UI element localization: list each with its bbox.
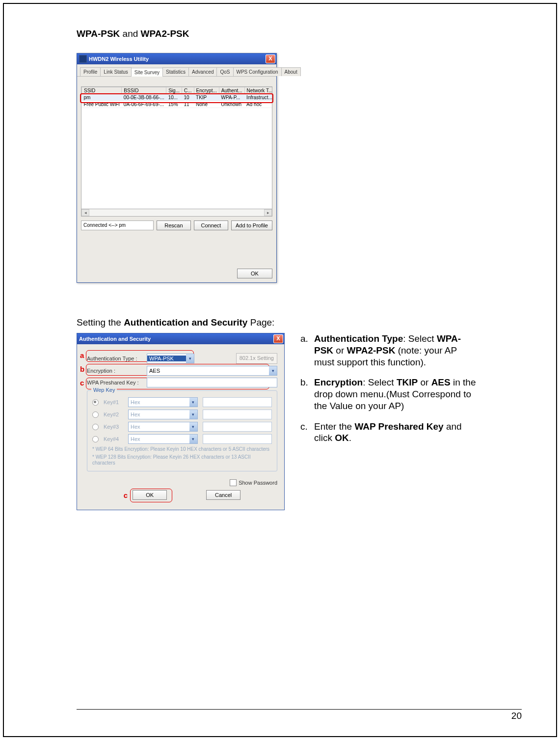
networks-table[interactable]: SSID BSSID Sig... C... Encrypt... Authen… bbox=[81, 86, 272, 209]
key3-format: Hex▾ bbox=[128, 422, 198, 432]
ok-button[interactable]: OK bbox=[237, 269, 272, 278]
annotation-a: a bbox=[80, 351, 84, 359]
key1-radio bbox=[92, 399, 99, 406]
key3-input bbox=[203, 422, 272, 432]
window-title: Authentication and Security bbox=[79, 336, 151, 342]
col-bssid[interactable]: BSSID bbox=[122, 87, 166, 94]
show-password-checkbox[interactable] bbox=[230, 479, 237, 486]
titlebar: HWDN2 Wireless Utility X bbox=[77, 54, 276, 64]
wep-key-group: Wep Key Key#1 Hex▾ Key#2 Hex▾ bbox=[87, 390, 277, 471]
scroll-left-icon[interactable]: ◂ bbox=[81, 209, 89, 216]
rescan-button[interactable]: Rescan bbox=[157, 220, 191, 230]
tab-profile[interactable]: Profile bbox=[80, 67, 101, 76]
col-sig[interactable]: Sig... bbox=[166, 87, 182, 94]
wep-key-row: Key#3 Hex▾ bbox=[92, 422, 272, 432]
close-icon[interactable]: X bbox=[273, 334, 283, 343]
annotation-c: c bbox=[80, 379, 84, 387]
auth-type-label: Authentication Type : bbox=[87, 356, 145, 361]
col-ch[interactable]: C... bbox=[182, 87, 194, 94]
window-title: HWDN2 Wireless Utility bbox=[89, 56, 149, 62]
auth-security-window: Authentication and Security X a Authenti… bbox=[77, 333, 285, 510]
chevron-down-icon: ▾ bbox=[269, 366, 277, 375]
tab-site-survey[interactable]: Site Survey bbox=[131, 68, 163, 77]
show-password-label: Show Password bbox=[239, 480, 277, 486]
status-text: Connected <--> pm bbox=[81, 220, 154, 230]
scroll-right-icon[interactable]: ▸ bbox=[264, 209, 272, 216]
page-heading: WPA-PSK and WPA2-PSK bbox=[77, 28, 522, 39]
key4-format: Hex▾ bbox=[128, 434, 198, 444]
section-heading: Setting the Authentication and Security … bbox=[77, 317, 522, 328]
wep-hint: * WEP 64 Bits Encryption: Please Keyin 1… bbox=[92, 446, 272, 452]
wep-key-row: Key#2 Hex▾ bbox=[92, 410, 272, 419]
col-enc[interactable]: Encrypt... bbox=[194, 87, 219, 94]
table-row[interactable]: Free Public WiFi 0A-06-6F-69-69-... 15% … bbox=[82, 101, 273, 108]
tab-qos[interactable]: QoS bbox=[216, 67, 233, 76]
key2-input bbox=[203, 410, 272, 419]
wep-hint: * WEP 128 Bits Encryption: Please Keyin … bbox=[92, 454, 272, 466]
col-ssid[interactable]: SSID bbox=[82, 87, 122, 94]
tab-link-status[interactable]: Link Status bbox=[100, 67, 131, 76]
key3-radio bbox=[92, 424, 99, 430]
tab-bar: Profile Link Status Site Survey Statisti… bbox=[77, 64, 276, 77]
wireless-utility-window: HWDN2 Wireless Utility X Profile Link St… bbox=[77, 53, 277, 283]
ok-button[interactable]: OK bbox=[133, 490, 167, 500]
wep-key-row: Key#4 Hex▾ bbox=[92, 434, 272, 444]
close-icon[interactable]: X bbox=[266, 55, 275, 63]
connect-button[interactable]: Connect bbox=[194, 220, 228, 230]
key2-radio bbox=[92, 412, 99, 418]
encryption-select[interactable]: AES ▾ bbox=[147, 366, 277, 376]
tab-advanced[interactable]: Advanced bbox=[188, 67, 217, 76]
add-to-profile-button[interactable]: Add to Profile bbox=[231, 220, 272, 230]
key4-radio bbox=[92, 436, 99, 442]
auth-type-select[interactable]: WPA-PSK ▾ bbox=[147, 354, 194, 363]
app-icon bbox=[79, 55, 87, 63]
h-scrollbar[interactable]: ◂ ▸ bbox=[81, 209, 272, 217]
tab-statistics[interactable]: Statistics bbox=[162, 67, 189, 76]
key1-input bbox=[203, 397, 272, 407]
titlebar: Authentication and Security X bbox=[77, 333, 284, 344]
encryption-label: Encryption : bbox=[87, 368, 145, 374]
8021x-setting-button: 802.1x Setting bbox=[236, 353, 277, 364]
key2-format: Hex▾ bbox=[128, 410, 198, 419]
page-footer: 20 bbox=[77, 709, 522, 721]
wep-legend: Wep Key bbox=[91, 387, 117, 393]
table-row[interactable]: pm 00-0E-3B-08-66-... 10... 10 TKIP WPA-… bbox=[82, 94, 273, 101]
tab-about[interactable]: About bbox=[281, 67, 301, 76]
annotation-c2-letter: c bbox=[124, 491, 128, 499]
wep-key-row: Key#1 Hex▾ bbox=[92, 397, 272, 407]
page-number: 20 bbox=[77, 711, 522, 721]
key4-input bbox=[203, 434, 272, 444]
psk-label: WPA Preshared Key : bbox=[87, 380, 145, 385]
col-net[interactable]: Network T... bbox=[244, 87, 272, 94]
tab-wps[interactable]: WPS Configuration bbox=[233, 67, 282, 76]
psk-input[interactable] bbox=[147, 378, 277, 387]
key1-format: Hex▾ bbox=[128, 397, 198, 407]
annotation-b: b bbox=[80, 365, 84, 373]
chevron-down-icon: ▾ bbox=[186, 354, 194, 363]
col-auth[interactable]: Authent... bbox=[219, 87, 244, 94]
cancel-button[interactable]: Cancel bbox=[206, 490, 240, 500]
instructions: a. Authentication Type: Select WPA-PSK o… bbox=[300, 333, 477, 453]
